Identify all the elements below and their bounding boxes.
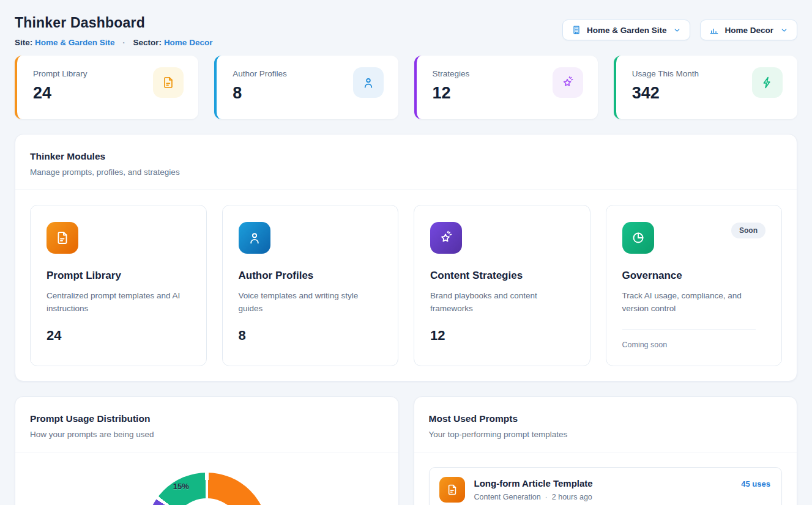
stat-value: 24 [33,84,88,103]
star-icon [430,222,462,254]
site-link[interactable]: Home & Garden Site [35,38,115,47]
prompt-list: Long-form Article Template Content Gener… [414,452,797,505]
pie-chart-icon [622,222,654,254]
document-icon [47,222,78,254]
modules-panel: Thinker Modules Manage prompts, profiles… [15,134,797,382]
module-title: Prompt Library [47,270,190,282]
module-card-content-strategies[interactable]: Content Strategies Brand playbooks and c… [414,205,590,366]
modules-panel-header: Thinker Modules Manage prompts, profiles… [15,135,797,190]
stat-value: 342 [632,84,699,103]
user-icon [239,222,270,254]
building-icon [572,25,581,35]
module-description: Track AI usage, compliance, and version … [622,290,766,315]
module-title: Author Profiles [239,270,382,282]
module-count: 12 [430,328,574,344]
sector-label: Sector: [133,38,162,47]
donut-chart-area: 15% [15,452,398,505]
prompt-category: Content Generation [474,493,541,501]
module-title: Content Strategies [430,270,574,282]
soon-badge: Soon [731,223,765,238]
module-title: Governance [622,270,766,282]
chart-bars-icon [709,25,719,35]
chevron-down-icon [780,26,788,34]
bottom-row: Prompt Usage Distribution How your promp… [15,396,797,505]
modules-panel-subtitle: Manage prompts, profiles, and strategies [30,168,782,177]
usage-distribution-panel: Prompt Usage Distribution How your promp… [15,396,399,505]
sector-link[interactable]: Home Decor [164,38,213,47]
breadcrumb: Site: Home & Garden Site · Sector: Home … [15,38,212,47]
header-buttons: Home & Garden Site Home Decor [562,20,797,40]
module-card-governance[interactable]: Soon Governance Track AI usage, complian… [606,205,783,366]
document-icon [439,477,465,503]
donut-slice-label: 15% [170,482,192,491]
most-used-prompts-panel: Most Used Prompts Your top-performing pr… [414,396,798,505]
modules-grid: Prompt Library Centralized prompt templa… [15,190,797,381]
module-card-author-profiles[interactable]: Author Profiles Voice templates and writ… [222,205,399,366]
modules-panel-title: Thinker Modules [30,151,782,162]
prompt-meta: Content Generation·2 hours ago [474,493,732,501]
header-left: Thinker Dashboard Site: Home & Garden Si… [15,15,212,47]
coming-soon-text: Coming soon [622,341,766,349]
module-description: Voice templates and writing style guides [239,290,382,315]
prompts-panel-header: Most Used Prompts Your top-performing pr… [414,397,797,452]
module-description: Brand playbooks and content frameworks [430,290,574,315]
bolt-icon [752,67,783,98]
prompts-panel-title: Most Used Prompts [429,413,783,424]
list-item-prompt[interactable]: Long-form Article Template Content Gener… [429,467,783,505]
page-title: Thinker Dashboard [15,15,212,31]
prompts-panel-subtitle: Your top-performing prompt templates [429,430,783,439]
document-icon [153,67,184,98]
stat-value: 8 [233,84,287,103]
prompt-uses-badge: 45 uses [741,479,770,488]
site-selector-label: Home & Garden Site [587,26,667,35]
stat-label: Usage This Month [632,69,699,78]
prompt-title: Long-form Article Template [474,478,732,488]
site-selector-dropdown[interactable]: Home & Garden Site [562,20,691,40]
usage-panel-title: Prompt Usage Distribution [30,413,384,424]
module-card-prompt-library[interactable]: Prompt Library Centralized prompt templa… [30,205,207,366]
usage-panel-header: Prompt Usage Distribution How your promp… [15,397,398,452]
stats-row: Prompt Library 24 Author Profiles 8 [15,56,797,119]
stat-label: Prompt Library [33,69,88,78]
stat-label: Strategies [433,69,470,78]
site-label: Site: [15,38,32,47]
module-description: Centralized prompt templates and AI inst… [47,290,190,315]
user-icon [353,67,384,98]
separator-dot: · [545,493,548,501]
separator-dot: · [122,38,125,47]
stat-card-author-profiles: Author Profiles 8 [214,56,398,119]
stat-value: 12 [433,84,470,103]
module-count: 24 [47,328,190,344]
divider [622,329,756,330]
star-icon [553,67,583,98]
chevron-down-icon [673,26,681,34]
usage-donut-chart[interactable]: 15% [146,473,268,505]
stat-card-usage: Usage This Month 342 [614,56,797,119]
sector-selector-dropdown[interactable]: Home Decor [700,20,797,40]
page-header: Thinker Dashboard Site: Home & Garden Si… [15,15,797,47]
sector-selector-label: Home Decor [724,26,773,35]
dashboard-page: Thinker Dashboard Site: Home & Garden Si… [0,0,812,505]
prompt-time: 2 hours ago [552,493,592,501]
stat-label: Author Profiles [233,69,287,78]
module-count: 8 [239,328,382,344]
usage-panel-subtitle: How your prompts are being used [30,430,384,439]
stat-card-strategies: Strategies 12 [414,56,598,119]
stat-card-prompt-library: Prompt Library 24 [15,56,198,119]
